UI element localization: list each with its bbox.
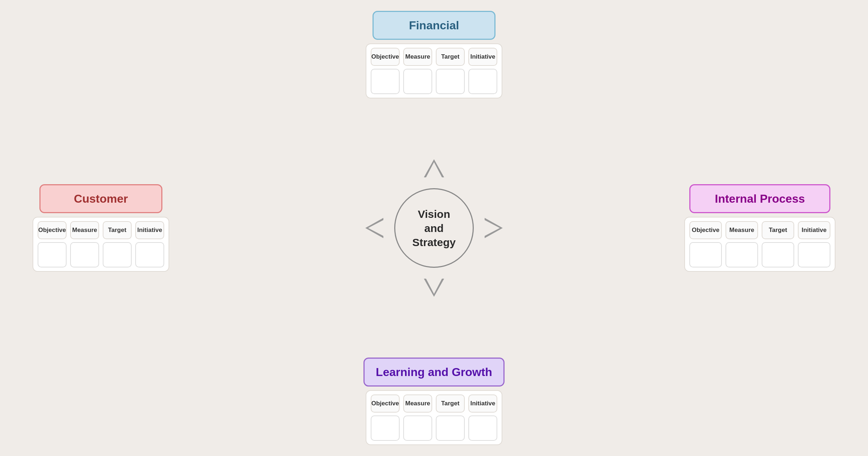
financial-col-measure: Measure	[403, 48, 432, 66]
main-canvas: Financial Objective Measure Target Initi…	[0, 0, 868, 456]
ip-data-3[interactable]	[762, 242, 794, 267]
lg-data-4[interactable]	[468, 415, 497, 441]
ip-data-2[interactable]	[726, 242, 758, 267]
arrow-right-icon	[485, 218, 503, 238]
lg-data-1[interactable]	[371, 415, 400, 441]
financial-data-4[interactable]	[468, 69, 497, 94]
lg-col-initiative: Initiative	[468, 394, 497, 413]
financial-title: Financial	[409, 19, 459, 32]
financial-col-initiative: Initiative	[468, 48, 497, 66]
ip-data-4[interactable]	[798, 242, 830, 267]
learning-header-row: Objective Measure Target Initiative	[371, 394, 497, 413]
customer-quadrant: Customer Objective Measure Target Initia…	[33, 184, 169, 272]
customer-col-measure: Measure	[70, 221, 99, 239]
customer-data-3[interactable]	[103, 242, 132, 267]
financial-header: Financial	[373, 11, 495, 40]
learning-quadrant: Learning and Growth Objective Measure Ta…	[363, 358, 505, 445]
customer-table: Objective Measure Target Initiative	[33, 217, 169, 272]
learning-title: Learning and Growth	[376, 366, 492, 379]
center-line3: Strategy	[412, 236, 456, 248]
customer-col-initiative: Initiative	[135, 221, 164, 239]
lg-col-target: Target	[436, 394, 465, 413]
customer-header-row: Objective Measure Target Initiative	[38, 221, 164, 239]
lg-col-measure: Measure	[403, 394, 432, 413]
customer-data-4[interactable]	[135, 242, 164, 267]
center-line1: Vision	[418, 208, 450, 220]
ip-col-initiative: Initiative	[798, 221, 830, 239]
financial-data-3[interactable]	[436, 69, 465, 94]
financial-quadrant: Financial Objective Measure Target Initi…	[366, 11, 502, 98]
customer-title: Customer	[74, 192, 128, 206]
ip-data-1[interactable]	[689, 242, 722, 267]
financial-table: Objective Measure Target Initiative	[366, 43, 502, 98]
internal-process-title: Internal Process	[715, 192, 805, 206]
arrow-left-icon	[365, 218, 383, 238]
ip-col-target: Target	[762, 221, 794, 239]
customer-data-1[interactable]	[38, 242, 67, 267]
vision-strategy-circle: Vision and Strategy	[394, 188, 474, 268]
lg-data-2[interactable]	[403, 415, 432, 441]
financial-header-row: Objective Measure Target Initiative	[371, 48, 497, 66]
financial-col-target: Target	[436, 48, 465, 66]
financial-data-1[interactable]	[371, 69, 400, 94]
financial-col-objective: Objective	[371, 48, 400, 66]
customer-col-target: Target	[103, 221, 132, 239]
arrow-bottom-icon	[424, 279, 444, 297]
learning-table: Objective Measure Target Initiative	[366, 390, 502, 445]
ip-col-objective: Objective	[689, 221, 722, 239]
ip-data-row	[689, 242, 830, 267]
lg-data-3[interactable]	[436, 415, 465, 441]
internal-process-header-row: Objective Measure Target Initiative	[689, 221, 830, 239]
arrow-top-icon	[424, 159, 444, 177]
customer-col-objective: Objective	[38, 221, 67, 239]
learning-header: Learning and Growth	[363, 358, 505, 387]
customer-data-2[interactable]	[70, 242, 99, 267]
financial-data-2[interactable]	[403, 69, 432, 94]
internal-process-header: Internal Process	[689, 184, 830, 213]
customer-header: Customer	[39, 184, 162, 213]
financial-data-row	[371, 69, 497, 94]
internal-process-table: Objective Measure Target Initiative	[684, 217, 835, 272]
internal-process-quadrant: Internal Process Objective Measure Targe…	[684, 184, 835, 272]
center-line2: and	[424, 222, 443, 234]
lg-data-row	[371, 415, 497, 441]
lg-col-objective: Objective	[371, 394, 400, 413]
ip-col-measure: Measure	[726, 221, 758, 239]
customer-data-row	[38, 242, 164, 267]
